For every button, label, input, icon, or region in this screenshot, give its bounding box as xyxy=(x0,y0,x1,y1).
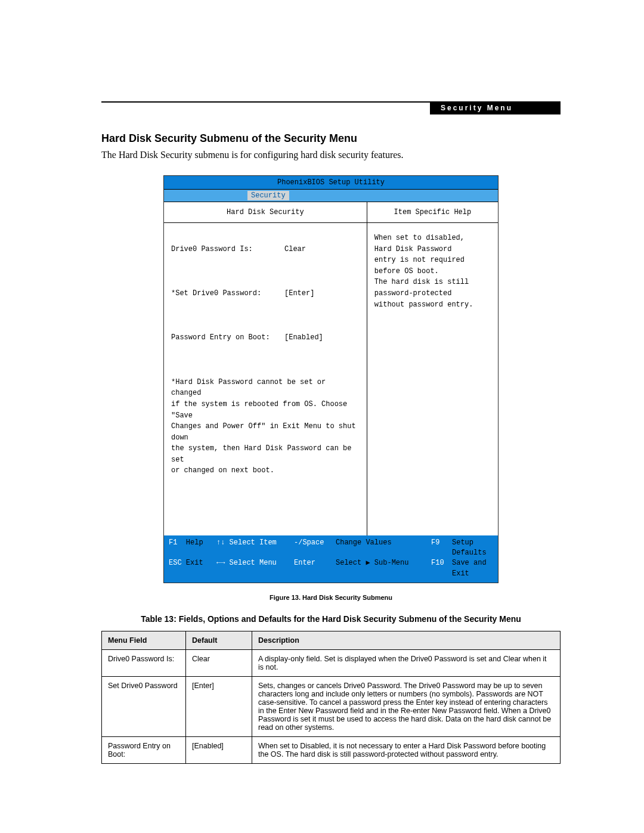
section-intro: The Hard Disk Security submenu is for co… xyxy=(101,150,561,160)
bios-key-label: Select ▶ Sub-Menu xyxy=(336,558,431,579)
table-row: Password Entry on Boot: [Enabled] When s… xyxy=(102,737,561,764)
table-row: Set Drive0 Password [Enter] Sets, change… xyxy=(102,677,561,737)
bios-tabbar: Security xyxy=(164,190,498,202)
bios-key: F9 xyxy=(431,538,452,559)
bios-screenshot: PhoenixBIOS Setup Utility Security Hard … xyxy=(163,175,499,583)
bios-right-panel: Item Specific Help When set to disabled,… xyxy=(367,202,498,535)
bios-key: F1 xyxy=(169,538,177,547)
cell-description: When set to Disabled, it is not necessar… xyxy=(252,737,561,764)
bios-key-label: Setup Defaults xyxy=(452,538,493,559)
cell-description: A display-only field. Set is displayed w… xyxy=(252,650,561,677)
bios-key-label: Help xyxy=(186,538,203,547)
bios-right-heading: Item Specific Help xyxy=(367,202,498,223)
section-title: Hard Disk Security Submenu of the Securi… xyxy=(101,132,561,145)
bios-footer: F1 Help ↑↓ Select Item -/Space Change Va… xyxy=(164,535,498,583)
bios-key-label: ↑↓ Select Item xyxy=(216,538,294,559)
table-header-default: Default xyxy=(186,631,252,650)
table-header-description: Description xyxy=(252,631,561,650)
bios-key-label: ←→ Select Menu xyxy=(216,558,294,579)
cell-description: Sets, changes or cancels Drive0 Password… xyxy=(252,677,561,737)
table-header-menu: Menu Field xyxy=(102,631,186,650)
bios-key: F10 xyxy=(431,558,452,579)
bios-left-panel: Hard Disk Security Drive0 Password Is:Cl… xyxy=(164,202,367,535)
bios-tab-security: Security xyxy=(247,191,289,200)
bios-key-label: Change Values xyxy=(336,538,431,559)
bios-key-label: Exit xyxy=(186,559,203,567)
bios-body: Hard Disk Security Drive0 Password Is:Cl… xyxy=(164,202,498,535)
bios-key: -/Space xyxy=(294,538,336,559)
bios-key: Enter xyxy=(294,558,336,579)
bios-title: PhoenixBIOS Setup Utility xyxy=(164,176,498,190)
bios-key-label: Save and Exit xyxy=(452,558,493,579)
cell-default: Clear xyxy=(186,650,252,677)
bios-row-label: *Set Drive0 Password: xyxy=(171,288,284,299)
table-title: Table 13: Fields, Options and Defaults f… xyxy=(101,614,561,624)
header-label: Security Menu xyxy=(430,101,561,114)
bios-left-content: Drive0 Password Is:Clear *Set Drive0 Pas… xyxy=(164,223,367,535)
cell-default: [Enabled] xyxy=(186,737,252,764)
bios-row-label: Password Entry on Boot: xyxy=(171,332,284,343)
bios-row-value: [Enter] xyxy=(284,288,314,299)
cell-menu: Drive0 Password Is: xyxy=(102,650,186,677)
fields-table: Menu Field Default Description Drive0 Pa… xyxy=(101,631,561,764)
bios-help-text: When set to disabled, Hard Disk Password… xyxy=(367,223,498,358)
bios-key: ESC xyxy=(169,559,182,567)
table-row: Drive0 Password Is: Clear A display-only… xyxy=(102,650,561,677)
page: Security Menu Hard Disk Security Submenu… xyxy=(0,0,644,833)
bios-row-value: [Enabled] xyxy=(284,332,323,343)
bios-left-heading: Hard Disk Security xyxy=(164,202,367,223)
cell-default: [Enter] xyxy=(186,677,252,737)
bios-row-label: Drive0 Password Is: xyxy=(171,244,284,255)
bios-note: *Hard Disk Password cannot be set or cha… xyxy=(171,378,360,475)
cell-menu: Set Drive0 Password xyxy=(102,677,186,737)
bios-row-value: Clear xyxy=(284,244,306,255)
header-rule: Security Menu xyxy=(101,101,561,103)
cell-menu: Password Entry on Boot: xyxy=(102,737,186,764)
figure-caption: Figure 13. Hard Disk Security Submenu xyxy=(101,594,561,601)
